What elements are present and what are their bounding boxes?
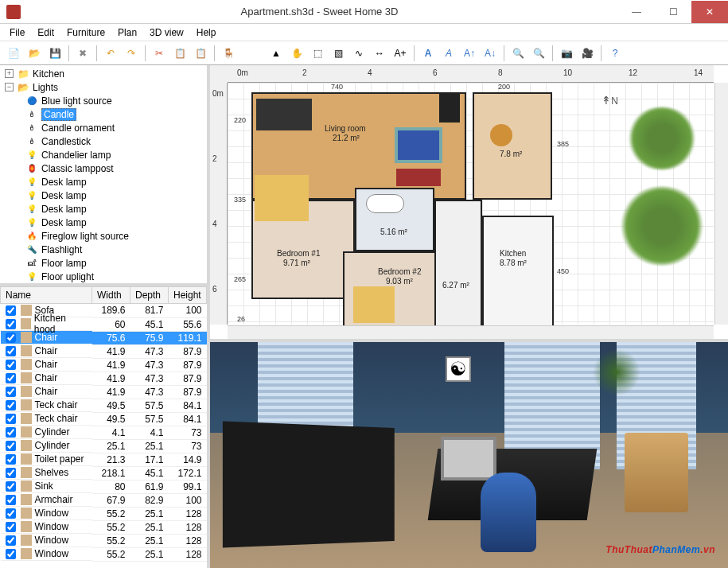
text-size-down-icon[interactable]: A↓ — [481, 45, 499, 62]
table-row[interactable]: Armchair67.982.9100 — [1, 493, 207, 507]
tree-item[interactable]: 💡Desk lamp — [2, 202, 207, 216]
visibility-checkbox[interactable] — [6, 454, 16, 465]
table-row[interactable]: Window55.225.1128 — [1, 534, 207, 547]
help-icon[interactable]: ? — [606, 45, 624, 62]
table-row[interactable]: Toilet paper21.317.114.9 — [1, 453, 207, 466]
tree-item[interactable]: 💡Floor uplight — [2, 270, 207, 283]
expand-icon[interactable]: + — [5, 69, 14, 78]
copy-icon[interactable]: 📋 — [171, 45, 189, 62]
menu-help[interactable]: Help — [190, 25, 223, 40]
visibility-checkbox[interactable] — [6, 346, 16, 356]
visibility-checkbox[interactable] — [6, 427, 16, 438]
visibility-checkbox[interactable] — [6, 360, 16, 370]
paste-icon[interactable]: 📋 — [192, 45, 209, 62]
minimize-button[interactable]: — — [618, 1, 655, 23]
table-row[interactable]: Window55.225.1128 — [1, 507, 207, 520]
table-row[interactable]: Teck chair49.557.584.1 — [1, 412, 207, 426]
undo-icon[interactable]: ↶ — [102, 45, 119, 62]
table-row[interactable]: Window55.225.1128 — [1, 520, 207, 534]
create-rooms-icon[interactable]: ▧ — [329, 45, 347, 62]
table-row[interactable]: Sofa189.681.7100 — [1, 304, 207, 318]
create-text-icon[interactable]: A+ — [391, 45, 409, 62]
text-bold-icon[interactable]: A — [419, 45, 437, 62]
video-icon[interactable]: 🎥 — [578, 45, 596, 62]
visibility-checkbox[interactable] — [6, 414, 16, 424]
tree-item[interactable]: 💡Desk lamp — [2, 175, 207, 189]
save-icon[interactable]: 💾 — [46, 45, 64, 62]
table-row[interactable]: Shelves218.145.1172.1 — [1, 466, 207, 480]
furniture-table-model[interactable] — [256, 99, 312, 130]
visibility-checkbox[interactable] — [6, 305, 16, 316]
col-width[interactable]: Width — [92, 287, 130, 304]
tree-item[interactable]: 💡Chandelier lamp — [2, 148, 207, 161]
photo-icon[interactable]: 📷 — [558, 45, 575, 62]
furniture-tv[interactable] — [439, 94, 460, 123]
scrollbar-horizontal[interactable] — [228, 325, 714, 339]
scrollbar-vertical[interactable] — [714, 83, 728, 325]
menu-plan[interactable]: Plan — [111, 25, 143, 40]
zoom-out-icon[interactable]: 🔍 — [530, 45, 547, 62]
tree-category-lights[interactable]: − 📂 Lights — [2, 80, 207, 94]
close-button[interactable]: ✕ — [691, 1, 728, 23]
cut-icon[interactable]: ✂ — [150, 45, 168, 62]
room-hall[interactable]: 6.27 m² — [434, 200, 482, 327]
text-size-up-icon[interactable]: A↑ — [461, 45, 478, 62]
visibility-checkbox[interactable] — [6, 333, 16, 343]
visibility-checkbox[interactable] — [6, 468, 16, 478]
3d-view[interactable]: ☯ ThuThuatPhanMem.vn — [210, 342, 728, 568]
table-row[interactable]: Sink8061.999.1 — [1, 480, 207, 493]
table-row[interactable]: Chair41.947.387.9 — [1, 372, 207, 385]
furniture-catalog-tree[interactable]: + 📁 Kitchen − 📂 Lights 🔵Blue light sourc… — [0, 65, 207, 286]
table-row[interactable]: Chair41.947.387.9 — [1, 358, 207, 372]
furniture-sofa[interactable] — [396, 169, 441, 186]
tree-item[interactable]: 💡Desk lamp — [2, 189, 207, 202]
visibility-checkbox[interactable] — [6, 549, 16, 559]
new-icon[interactable]: 📄 — [5, 45, 22, 62]
add-furniture-icon[interactable]: 🪑 — [220, 45, 237, 62]
tree-item[interactable]: 🔦Flashlight — [2, 243, 207, 256]
create-walls-icon[interactable]: ⬚ — [309, 45, 326, 62]
visibility-checkbox[interactable] — [6, 373, 16, 383]
furniture-bed[interactable] — [255, 175, 309, 221]
table-row[interactable]: Chair75.675.9119.1 — [1, 331, 207, 344]
table-row[interactable]: Cylinder4.14.173 — [1, 426, 207, 439]
visibility-checkbox[interactable] — [6, 522, 16, 532]
tree-item[interactable]: 🕯Candlestick — [2, 134, 207, 148]
zoom-in-icon[interactable]: 🔍 — [509, 45, 527, 62]
furniture-bed[interactable] — [353, 286, 395, 323]
room-balcony[interactable]: 7.8 m² — [473, 92, 552, 200]
table-row[interactable]: Kitchen hood6045.155.6 — [1, 317, 207, 331]
maximize-button[interactable]: ☐ — [655, 1, 691, 23]
preferences-icon[interactable]: ✖ — [74, 45, 91, 62]
tree-item[interactable]: 🔥Fireglow light source — [2, 229, 207, 243]
menu-furniture[interactable]: Furniture — [60, 25, 111, 40]
visibility-checkbox[interactable] — [6, 495, 16, 505]
menu-3dview[interactable]: 3D view — [143, 25, 190, 40]
redo-icon[interactable]: ↷ — [123, 45, 140, 62]
table-row[interactable]: Cylinder25.125.173 — [1, 439, 207, 453]
visibility-checkbox[interactable] — [6, 441, 16, 451]
visibility-checkbox[interactable] — [6, 508, 16, 519]
open-icon[interactable]: 📂 — [25, 45, 43, 62]
visibility-checkbox[interactable] — [6, 400, 16, 410]
text-italic-icon[interactable]: A — [440, 45, 457, 62]
visibility-checkbox[interactable] — [6, 387, 16, 397]
menu-edit[interactable]: Edit — [31, 25, 60, 40]
tree-category-kitchen[interactable]: + 📁 Kitchen — [2, 67, 207, 80]
pan-icon[interactable]: ✋ — [288, 45, 306, 62]
col-name[interactable]: Name — [1, 287, 92, 304]
plan-view[interactable]: 0m2468101214 0m246 ↟N Living room 21.2 m… — [210, 65, 728, 342]
tree-item[interactable]: 🛋Floor lamp — [2, 256, 207, 270]
col-height[interactable]: Height — [169, 287, 207, 304]
tree-item[interactable]: 🔵Blue light source — [2, 94, 207, 107]
select-icon[interactable]: ▲ — [267, 45, 285, 62]
plan-canvas[interactable]: ↟N Living room 21.2 m² 7.8 m² Bedroom #1… — [228, 83, 714, 325]
col-depth[interactable]: Depth — [130, 287, 169, 304]
visibility-checkbox[interactable] — [6, 535, 16, 546]
tree-item[interactable]: 💡Desk lamp — [2, 216, 207, 229]
tree-item[interactable]: 🏮Classic lamppost — [2, 161, 207, 175]
table-row[interactable]: Teck chair49.557.584.1 — [1, 399, 207, 412]
menu-file[interactable]: File — [3, 25, 31, 40]
table-row[interactable]: Chair41.947.387.9 — [1, 344, 207, 358]
visibility-checkbox[interactable] — [6, 481, 16, 492]
